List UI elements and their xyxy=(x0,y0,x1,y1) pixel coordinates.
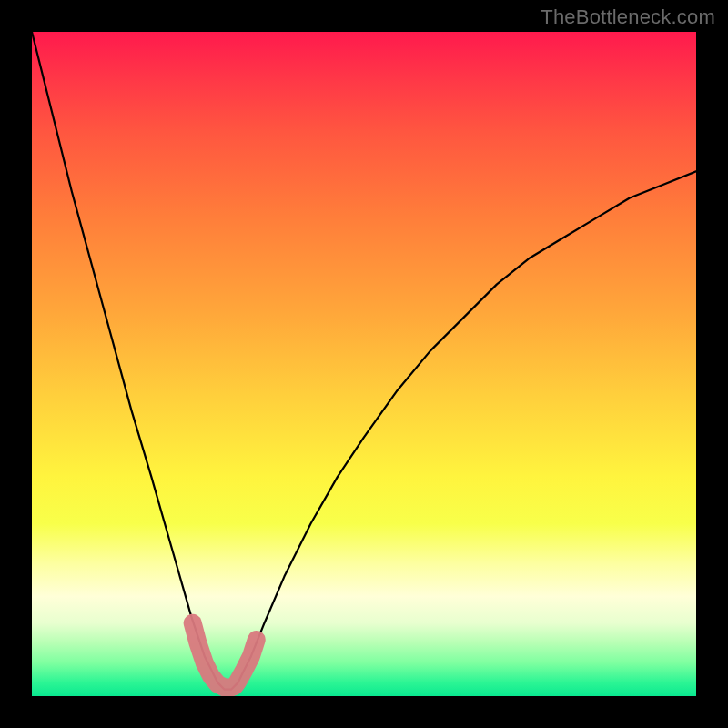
watermark-text: TheBottleneck.com xyxy=(541,5,715,29)
bottleneck-curve xyxy=(32,32,696,690)
curve-overlay xyxy=(32,32,696,696)
chart-frame: TheBottleneck.com xyxy=(0,0,728,728)
plot-area xyxy=(32,32,696,696)
valley-marker xyxy=(193,623,257,688)
